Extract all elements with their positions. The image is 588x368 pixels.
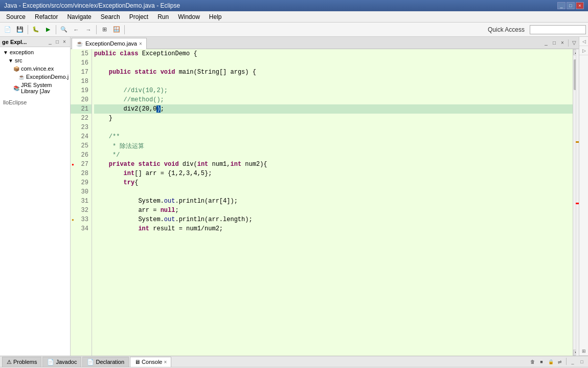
console-controls: 🗑 ■ 🔒 ⇌ _ □ [528, 358, 586, 366]
line-18: 18 [71, 77, 92, 86]
editor-minimize-button[interactable]: _ [542, 39, 550, 47]
editor-area: ☕ ExceptionDemo.java × _ □ × ▽ 15 16 17 … [71, 37, 579, 356]
terminate-button[interactable]: ■ [537, 358, 546, 366]
tab-label: ExceptionDemo.java [85, 40, 137, 47]
line-25: 25 [71, 141, 92, 150]
menu-bar: Source Refactor Navigate Search Project … [0, 11, 588, 23]
maximize-console-button[interactable]: □ [578, 358, 586, 366]
tree-item-src[interactable]: ▼ src [1, 56, 69, 64]
editor-tabs: ☕ ExceptionDemo.java × _ □ × ▽ [71, 37, 579, 49]
code-content[interactable]: public class ExceptionDemo { public stat… [92, 49, 573, 356]
left-panel-header: ge Expl... _ □ × [0, 37, 70, 47]
toolbar-separator-3 [96, 25, 97, 34]
toolbar-separator-1 [28, 25, 28, 34]
console-icon: 🖥 [134, 359, 140, 365]
line-numbers: 15 16 17 18 19 20 21 22 23 24 25 26 27 2… [71, 49, 92, 356]
package-icon: 📦 [13, 66, 19, 72]
code-line-27: private static void div(int num1,int num… [94, 160, 573, 169]
tree-item-package[interactable]: 📦 com.vince.ex [1, 64, 69, 73]
quick-access-label: Quick Access [488, 26, 529, 33]
title-text: Java - Exception/src/com/vince/ex/Except… [4, 2, 180, 9]
code-line-21: div2(20,0); [94, 104, 573, 114]
debug-button[interactable]: 🐛 [30, 24, 41, 35]
declaration-icon: 📄 [87, 359, 94, 365]
maximize-button[interactable]: □ [567, 2, 575, 9]
menu-project[interactable]: Project [125, 12, 152, 21]
editor-scrollbar[interactable]: ▲ ▼ [573, 49, 579, 356]
tree-item-exception[interactable]: ▼ exception [1, 48, 69, 56]
line-16: 16 [71, 58, 92, 68]
line-28: 28 [71, 169, 92, 178]
line-31: 31 [71, 197, 92, 206]
title-bar: Java - Exception/src/com/vince/ex/Except… [0, 0, 588, 11]
scroll-lock-button[interactable]: 🔒 [547, 358, 555, 366]
editor-maximize-button[interactable]: □ [551, 39, 558, 47]
tab-declaration[interactable]: 📄 Declaration [82, 357, 129, 367]
tab-javadoc[interactable]: 📄 Javadoc [42, 357, 81, 367]
minimize-button[interactable]: _ [557, 2, 566, 9]
minimize-panel-button[interactable]: _ [47, 38, 54, 46]
code-line-24: /** [94, 132, 573, 141]
close-button[interactable]: × [576, 2, 584, 9]
run-button[interactable]: ▶ [42, 24, 54, 35]
menu-refactor[interactable]: Refactor [31, 12, 62, 21]
tab-console[interactable]: 🖥 Console × [130, 357, 171, 367]
view-menu-button[interactable]: ▽ [571, 39, 578, 47]
tab-close-button[interactable]: × [139, 41, 142, 47]
forward-btn[interactable]: → [83, 24, 94, 35]
line-15: 15 [71, 49, 92, 58]
line-23: 23 [71, 123, 92, 132]
word-wrap-button[interactable]: ⇌ [556, 358, 564, 366]
tree-label: exception [10, 49, 34, 55]
tab-declaration-label: Declaration [96, 359, 124, 365]
menu-run[interactable]: Run [153, 12, 173, 21]
line-33: 33 [71, 215, 92, 224]
menu-search[interactable]: Search [97, 12, 124, 21]
code-editor[interactable]: 15 16 17 18 19 20 21 22 23 24 25 26 27 2… [71, 49, 579, 356]
perspective-btn[interactable]: ⊞ [99, 24, 110, 35]
close-panel-button[interactable]: × [61, 38, 68, 46]
line-19: 19 [71, 86, 92, 95]
code-line-16 [94, 58, 573, 68]
tree-item-jre[interactable]: 📚 JRE System Library [Jav [1, 81, 69, 95]
clear-console-button[interactable]: 🗑 [528, 358, 536, 366]
back-btn[interactable]: ← [71, 24, 82, 35]
new-button[interactable]: 📄 [2, 24, 13, 35]
error-marker [576, 203, 579, 204]
code-line-25: * 除法运算 [94, 141, 573, 150]
tree-item-file[interactable]: ☕ ExceptionDemo.j [1, 73, 69, 81]
tab-problems[interactable]: ⚠ Problems [2, 357, 41, 367]
main-layout: ge Expl... _ □ × ▼ exception ▼ src 📦 com… [0, 37, 588, 356]
java-file-icon: ☕ [18, 74, 25, 80]
editor-tab-exceptiondemo[interactable]: ☕ ExceptionDemo.java × [72, 38, 147, 49]
code-line-34: int result = num1/num2; [94, 224, 573, 233]
menu-navigate[interactable]: Navigate [63, 12, 95, 21]
minimize-console-button[interactable]: _ [569, 358, 577, 366]
right-btn-2[interactable]: ▷ [579, 46, 588, 55]
editor-close-button[interactable]: × [559, 39, 566, 47]
code-line-18 [94, 77, 573, 86]
quick-access-input[interactable] [530, 25, 586, 34]
left-panel: ge Expl... _ □ × ▼ exception ▼ src 📦 com… [0, 37, 71, 356]
tab-console-close[interactable]: × [164, 359, 167, 365]
controls-separator [566, 358, 567, 365]
title-bar-controls[interactable]: _ □ × [557, 2, 584, 9]
menu-source[interactable]: Source [2, 12, 30, 21]
toolbar-separator-2 [56, 25, 56, 34]
open-perspective-btn[interactable]: 🪟 [111, 24, 122, 35]
javadoc-icon: 📄 [47, 359, 54, 365]
tab-console-label: Console [142, 359, 162, 365]
tree-label: ExceptionDemo.j [26, 74, 69, 80]
code-line-20: //method(); [94, 95, 573, 104]
right-btn-1[interactable]: ◁ [579, 37, 588, 46]
maximize-panel-button[interactable]: □ [54, 38, 61, 46]
right-btn-3[interactable]: ⊞ [579, 347, 588, 356]
menu-help[interactable]: Help [205, 12, 226, 21]
code-line-26: */ [94, 150, 573, 160]
tab-javadoc-label: Javadoc [56, 359, 77, 365]
code-line-28: int[] arr = {1,2,3,4,5}; [94, 169, 573, 178]
expand-icon: ▼ [8, 58, 13, 63]
save-button[interactable]: 💾 [14, 24, 26, 35]
search-btn[interactable]: 🔍 [58, 24, 70, 35]
menu-window[interactable]: Window [174, 12, 204, 21]
